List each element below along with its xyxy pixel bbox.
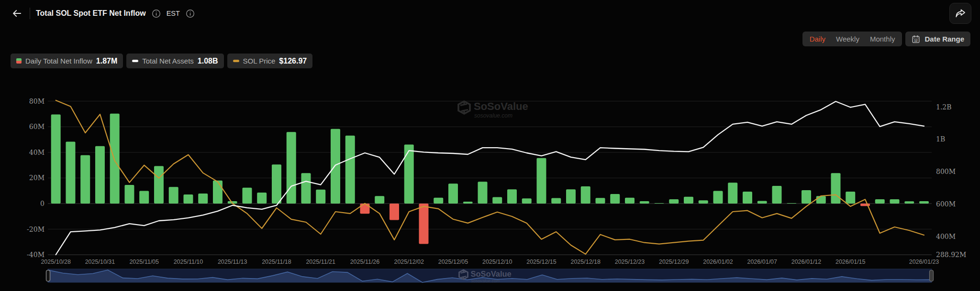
net-inflow-bar[interactable] [375,196,384,204]
net-inflow-bar[interactable] [242,188,252,204]
sol-price-swatch-icon [233,60,239,62]
period-tabs: Daily Weekly Monthly [802,32,902,46]
svg-text:600M: 600M [936,200,956,208]
svg-text:2026/01/12: 2026/01/12 [791,259,822,265]
net-inflow-bar[interactable] [124,185,134,204]
svg-text:400M: 400M [936,233,956,240]
net-inflow-bar[interactable] [772,186,781,204]
net-inflow-bar[interactable] [316,190,325,204]
net-inflow-bar[interactable] [713,191,723,204]
back-button[interactable] [10,6,24,21]
net-inflow-bar[interactable] [890,199,899,204]
net-inflow-bar[interactable] [728,183,737,204]
net-inflow-bar[interactable] [287,132,296,204]
tab-daily[interactable]: Daily [810,35,825,43]
svg-text:2025/10/28: 2025/10/28 [41,259,71,265]
net-inflow-bar[interactable] [669,199,679,204]
net-inflow-bars[interactable] [51,114,929,244]
svg-text:SoSoValue: SoSoValue [474,100,528,112]
legend-label: Total Net Assets [142,57,194,65]
date-range-button[interactable]: 12 Date Range [905,32,970,46]
net-inflow-bar[interactable] [331,129,340,204]
net-inflow-bar[interactable] [478,182,487,204]
net-inflow-bar[interactable] [80,155,90,204]
legend-item-net-assets[interactable]: Total Net Assets 1.08B [126,54,223,68]
net-inflow-bar[interactable] [816,196,826,204]
net-inflow-bar[interactable] [684,197,693,204]
net-inflow-bar[interactable] [610,194,620,204]
net-inflow-bar[interactable] [390,204,399,220]
net-inflow-bar[interactable] [595,198,605,204]
svg-text:2025/11/18: 2025/11/18 [262,259,291,265]
net-inflow-bar[interactable] [757,201,767,204]
net-inflow-bar[interactable] [581,186,590,204]
net-inflow-bar[interactable] [139,191,149,204]
net-inflow-bar[interactable] [846,192,855,204]
net-inflow-bar[interactable] [654,203,664,204]
net-inflow-bar[interactable] [169,187,178,204]
net-inflow-bar[interactable] [183,194,193,204]
net-inflow-bar[interactable] [831,173,840,204]
net-inflow-bar[interactable] [66,141,75,204]
svg-text:2025/11/21: 2025/11/21 [306,259,335,265]
net-inflow-bar[interactable] [419,204,428,244]
svg-text:2025/10/31: 2025/10/31 [85,259,115,265]
legend-item-net-inflow[interactable]: Daily Total Net Inflow 1.87M [11,54,123,68]
net-inflow-bar[interactable] [448,183,458,204]
net-inflow-bar[interactable] [257,193,267,204]
net-inflow-bar[interactable] [787,203,796,204]
timezone-label: EST [167,10,180,17]
svg-text:2025/12/18: 2025/12/18 [570,259,601,265]
svg-text:sosovalue.com: sosovalue.com [474,112,512,119]
datazoom-left-handle[interactable] [46,270,50,281]
net-inflow-bar[interactable] [566,189,576,204]
svg-text:1.2B: 1.2B [936,103,952,111]
net-inflow-swatch-icon [16,58,22,64]
net-inflow-bar[interactable] [51,114,61,204]
net-inflow-bar[interactable] [551,198,561,204]
net-inflow-bar[interactable] [110,114,120,204]
svg-text:80M: 80M [29,97,45,105]
net-inflow-bar[interactable] [904,201,914,204]
net-inflow-bar[interactable] [625,198,635,204]
net-inflow-bar[interactable] [860,204,870,206]
net-inflow-bar[interactable] [507,189,517,204]
net-inflow-bar[interactable] [699,200,708,204]
legend-value: $126.97 [279,57,307,65]
net-inflow-bar[interactable] [198,194,208,204]
svg-text:40M: 40M [29,149,45,156]
net-inflow-bar[interactable] [301,173,311,204]
svg-text:2026/01/15: 2026/01/15 [835,259,866,265]
net-inflow-bar[interactable] [434,198,443,204]
net-inflow-bar[interactable] [154,166,164,204]
legend-item-sol-price[interactable]: SOL Price $126.97 [227,54,313,68]
net-inflow-bar[interactable] [272,164,281,204]
net-inflow-bar[interactable] [640,201,649,204]
timezone-info-icon[interactable] [186,9,195,18]
svg-text:2025/12/15: 2025/12/15 [526,259,557,265]
svg-text:2025/11/26: 2025/11/26 [350,259,380,265]
datazoom-right-handle[interactable] [930,270,934,281]
title-info-icon[interactable] [152,9,161,18]
net-inflow-bar[interactable] [360,204,369,214]
net-inflow-bar[interactable] [522,198,532,204]
net-inflow-bar[interactable] [404,145,414,204]
tab-weekly[interactable]: Weekly [836,35,859,43]
net-inflow-bar[interactable] [743,192,752,204]
net-inflow-bar[interactable] [875,199,885,204]
net-inflow-bar[interactable] [463,202,473,204]
net-inflow-bar[interactable] [95,146,105,204]
net-inflow-bar[interactable] [492,197,502,204]
svg-text:60M: 60M [29,123,45,130]
share-button[interactable] [949,3,971,24]
date-range-label: Date Range [924,35,964,43]
svg-text:SoSoValue: SoSoValue [471,269,512,278]
net-inflow-bar[interactable] [536,158,546,204]
net-inflow-bar[interactable] [919,201,929,204]
net-inflow-bar[interactable] [213,181,223,204]
tab-monthly[interactable]: Monthly [870,35,895,43]
net-inflow-bar[interactable] [345,136,355,204]
net-inflow-bar[interactable] [802,190,811,204]
svg-text:288.92M: 288.92M [936,251,966,259]
calendar-icon: 12 [912,35,920,43]
